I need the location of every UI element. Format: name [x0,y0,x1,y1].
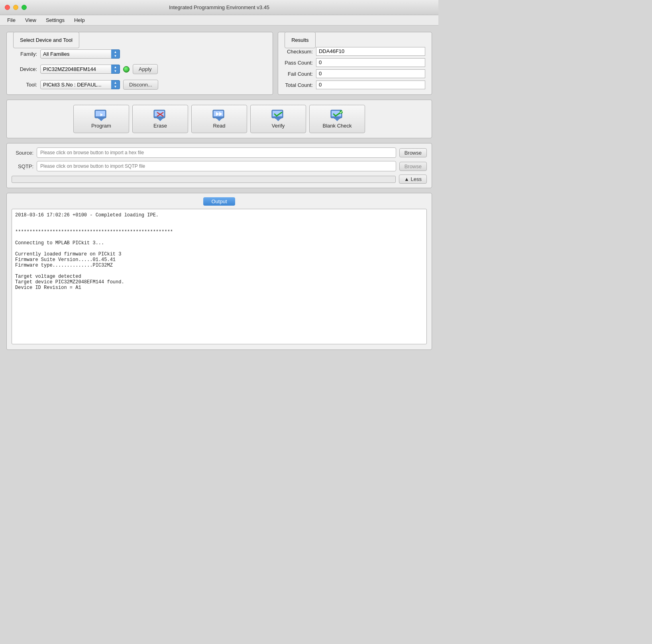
sqtp-input[interactable] [37,161,396,171]
svg-marker-19 [276,119,281,121]
window-controls [5,5,27,10]
blank-check-button[interactable]: Blank Check [309,105,365,133]
program-label: Program [91,123,111,129]
output-textarea [12,209,427,344]
menu-help[interactable]: Help [70,16,89,24]
family-row: Family: All Families ▲ ▼ [13,49,266,59]
svg-marker-13 [217,119,222,121]
results-grid: Checksum: DDA46F10 Pass Count: 0 Fail Co… [285,43,425,89]
program-icon [94,109,108,121]
family-label: Family: [13,51,37,57]
read-button[interactable]: Read [191,105,247,133]
svg-rect-3 [98,118,104,119]
apply-button[interactable]: Apply [133,64,158,74]
device-label: Device: [13,66,37,72]
output-panel: Output [6,193,432,350]
total-count-label: Total Count: [285,82,313,88]
svg-rect-20 [275,118,281,119]
menubar: File View Settings Help [0,15,438,26]
erase-button[interactable]: Erase [132,105,188,133]
sqtp-browse-button[interactable]: Browse [399,162,427,171]
fail-count-label: Fail Count: [285,71,313,77]
svg-marker-7 [158,119,163,121]
sqtp-label: SQTP: [12,163,33,169]
program-button[interactable]: Program [73,105,129,133]
erase-label: Erase [153,123,167,129]
tool-select-wrapper[interactable]: PICkit3 S.No : DEFAUL... ▲ ▼ [40,80,120,89]
svg-rect-8 [157,118,163,119]
output-tab[interactable]: Output [203,197,235,206]
blank-check-label: Blank Check [323,123,352,129]
device-select[interactable]: PIC32MZ2048EFM144 [40,65,120,74]
output-header: Output [12,197,427,206]
connection-indicator [123,66,130,73]
svg-marker-2 [99,119,104,121]
verify-label: Verify [272,123,285,129]
tool-select[interactable]: PICkit3 S.No : DEFAUL... [40,80,120,89]
titlebar: Integrated Programming Environment v3.45 [0,0,438,15]
verify-icon [271,109,285,121]
source-panel: Source: Browse SQTP: Browse ▲ Less [6,143,432,188]
verify-button[interactable]: Verify [250,105,306,133]
device-select-wrapper[interactable]: PIC32MZ2048EFM144 ▲ ▼ [40,65,120,74]
checksum-label: Checksum: [285,49,313,55]
blank-check-icon [330,109,344,121]
checksum-value: DDA46F10 [316,47,425,56]
read-label: Read [213,123,225,129]
window-title: Integrated Programming Environment v3.45 [169,4,269,10]
source-label: Source: [12,150,33,156]
menu-file[interactable]: File [3,16,20,24]
erase-icon [153,109,167,121]
family-select-wrapper[interactable]: All Families ▲ ▼ [40,49,120,59]
source-input[interactable] [37,147,396,158]
svg-rect-14 [216,118,222,119]
tool-label: Tool: [13,82,37,88]
disconnect-button[interactable]: Disconn... [123,80,158,90]
svg-marker-23 [335,119,340,121]
source-row: Source: Browse [12,147,427,158]
close-button[interactable] [5,5,10,10]
pass-count-label: Pass Count: [285,60,313,66]
device-panel: Select Device and Tool Family: All Famil… [6,32,273,95]
minimize-button[interactable] [13,5,18,10]
top-row: Select Device and Tool Family: All Famil… [6,32,432,95]
family-select[interactable]: All Families [40,49,120,59]
main-content: Select Device and Tool Family: All Famil… [0,26,438,356]
total-count-value: 0 [316,80,425,89]
results-panel: Results Checksum: DDA46F10 Pass Count: 0… [278,32,432,95]
svg-rect-24 [334,118,340,119]
device-panel-legend: Select Device and Tool [13,32,79,48]
progress-bar-container [12,176,396,183]
device-row: Device: PIC32MZ2048EFM144 ▲ ▼ Apply [13,64,266,74]
less-button[interactable]: ▲ Less [399,175,427,184]
results-panel-legend: Results [285,32,315,48]
menu-settings[interactable]: Settings [42,16,69,24]
progress-row: ▲ Less [12,175,427,184]
tool-row: Tool: PICkit3 S.No : DEFAUL... ▲ ▼ Disco… [13,80,266,90]
pass-count-value: 0 [316,58,425,67]
fail-count-value: 0 [316,69,425,78]
source-browse-button[interactable]: Browse [399,148,427,157]
menu-view[interactable]: View [21,16,40,24]
read-icon [212,109,226,121]
actions-panel: Program Erase Read [6,100,432,138]
sqtp-row: SQTP: Browse [12,161,427,171]
maximize-button[interactable] [22,5,27,10]
